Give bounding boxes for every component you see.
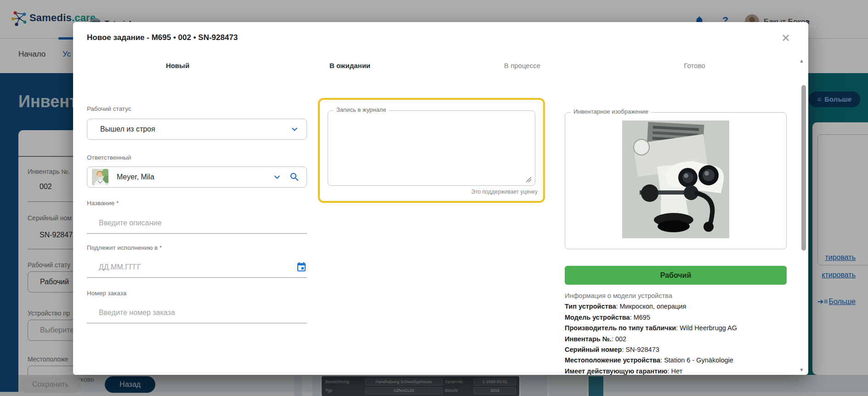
scroll-up-icon[interactable]: ▲: [799, 58, 804, 63]
due-date-field: [87, 257, 307, 278]
working-status-value: Вышел из строя: [100, 125, 155, 133]
chevron-down-icon[interactable]: [272, 172, 283, 183]
screen: Samedis.care Tutorials ? Бакыт Беков ▾ Н…: [0, 0, 868, 396]
device-model-info: Информация о модели устройства Тип устро…: [565, 291, 794, 377]
responsible-avatar: [92, 169, 108, 185]
journal-entry-label: Запись в журнале: [334, 106, 389, 113]
dialog-title: Новое задание - M695 • 002 • SN-928473: [87, 33, 238, 42]
info-row: Модель устройства: M695: [565, 312, 794, 323]
chevron-down-icon[interactable]: [289, 124, 300, 135]
close-icon[interactable]: ✕: [778, 30, 794, 46]
info-row: Имеет действующую гарантию: Нет: [565, 366, 794, 377]
order-number-label: Номер заказа: [87, 290, 126, 297]
info-row: Серийный номер: SN-928473: [565, 344, 794, 355]
responsible-select[interactable]: Meyer, Mila: [87, 166, 307, 188]
stepper-step[interactable]: В ожидании: [264, 62, 436, 69]
inventory-image-label: Инвентарное изображение: [571, 108, 651, 115]
order-number-field: [87, 302, 307, 323]
task-stepper: НовыйВ ожиданииВ процессеГотово: [91, 62, 781, 69]
working-status-select[interactable]: Вышел из строя: [87, 119, 307, 140]
new-task-dialog: Новое задание - M695 • 002 • SN-928473 ✕…: [73, 22, 808, 375]
info-row: Инвентарь №.: 002: [565, 334, 794, 344]
stepper-step[interactable]: В процессе: [436, 62, 608, 69]
inventory-photo: [622, 121, 729, 238]
info-row: Местоположение устройства: Station 6 - G…: [565, 355, 794, 366]
stepper-step[interactable]: Готово: [608, 62, 781, 69]
calendar-icon[interactable]: [296, 262, 307, 273]
scroll-down-icon[interactable]: ▼: [799, 367, 804, 373]
name-field: [87, 212, 307, 234]
name-input[interactable]: [99, 219, 307, 227]
info-row: Тип устройства: Микроскоп, операция: [565, 301, 794, 312]
journal-hint: Это поддерживает уценку: [318, 189, 538, 195]
due-date-input[interactable]: [99, 263, 296, 271]
responsible-value: Meyer, Mila: [117, 173, 154, 181]
search-icon[interactable]: [289, 172, 300, 183]
resize-grip-icon[interactable]: [526, 177, 532, 183]
info-title: Информация о модели устройства: [565, 291, 794, 301]
journal-entry-field: Запись в журнале: [328, 110, 535, 186]
working-status-label: Рабочий статус: [87, 105, 131, 112]
journal-entry-textarea[interactable]: [331, 114, 532, 183]
responsible-label: Ответственный: [87, 154, 131, 161]
due-date-label: Подлежит исполнению в *: [87, 244, 162, 251]
order-number-input[interactable]: [99, 309, 307, 317]
stepper-step[interactable]: Новый: [91, 62, 264, 69]
info-row: Производитель по типу таблички: Wild Hee…: [565, 323, 794, 333]
name-label: Название *: [87, 200, 119, 207]
device-status-button[interactable]: Рабочий: [565, 266, 787, 285]
scrollbar-thumb[interactable]: [801, 85, 806, 251]
